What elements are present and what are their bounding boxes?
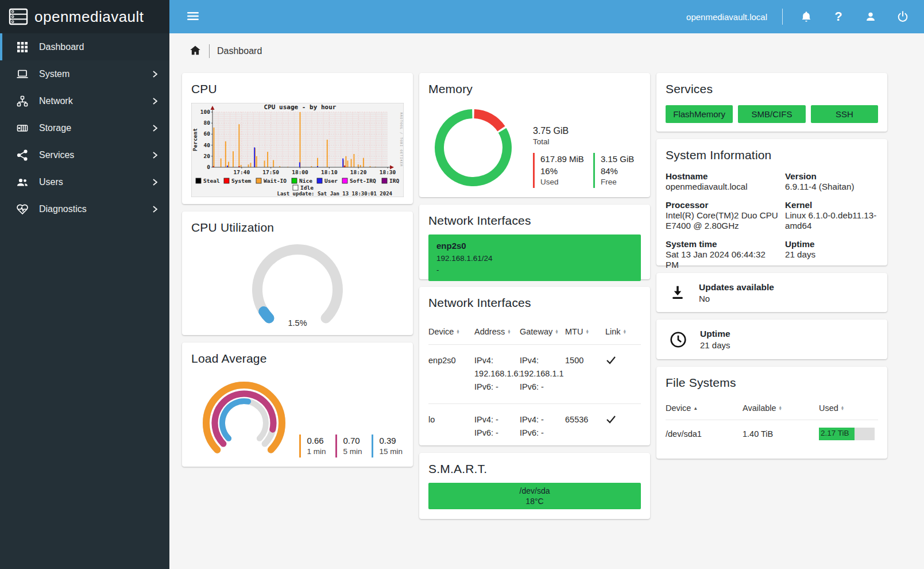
sysinfo-version: Version 6.9.11-4 (Shaitan) bbox=[785, 171, 883, 193]
sidebar-item-dashboard[interactable]: Dashboard bbox=[0, 33, 169, 60]
hostname-label: openmediavault.local bbox=[686, 12, 767, 22]
app-root: openmediavault Dashboard bbox=[0, 0, 924, 569]
help-button[interactable]: ? bbox=[830, 8, 847, 25]
sidebar-item-diagnostics[interactable]: Diagnostics bbox=[0, 195, 169, 222]
card-title: Services bbox=[666, 82, 878, 96]
notifications-button[interactable] bbox=[798, 8, 815, 25]
home-button[interactable] bbox=[189, 44, 202, 59]
network-icon bbox=[16, 94, 29, 108]
svg-text:Last update: Sat Jan 13 18:30:: Last update: Sat Jan 13 18:30:01 2024 bbox=[277, 191, 393, 197]
column-available[interactable]: Available▲▼ bbox=[743, 403, 819, 413]
svg-text:Steal: Steal bbox=[203, 178, 220, 184]
uptime-text: Uptime 21 days bbox=[700, 329, 730, 350]
card-network-interfaces-status: Network Interfaces enp2s0 192.168.1.61/2… bbox=[419, 205, 650, 279]
load-average-gauge bbox=[191, 372, 306, 464]
storage-icon bbox=[16, 121, 29, 135]
cell-device: enp2s0 bbox=[428, 354, 474, 394]
card-system-information: System Information Hostname openmediavau… bbox=[656, 139, 887, 266]
sidebar-item-label: Dashboard bbox=[39, 42, 159, 52]
interface-name: enp2s0 bbox=[436, 240, 633, 253]
cpu-rrd-graph: 02040608010017:4017:5018:0018:1018:2018:… bbox=[191, 103, 404, 197]
download-icon bbox=[669, 284, 686, 301]
logo-text: openmediavault bbox=[34, 8, 144, 26]
column-device[interactable]: Device▲ bbox=[666, 403, 743, 413]
home-icon bbox=[189, 44, 202, 57]
cell-mtu: 65536 bbox=[565, 413, 605, 440]
sysinfo-uptime: Uptime 21 days bbox=[785, 239, 883, 271]
card-title: Network Interfaces bbox=[428, 296, 641, 310]
user-menu-button[interactable] bbox=[862, 8, 879, 25]
table-header: Device▲ Available▲▼ Used▲▼ bbox=[666, 399, 878, 420]
column-address[interactable]: Address▲▼ bbox=[474, 327, 520, 336]
sidebar-item-storage[interactable]: Storage bbox=[0, 114, 169, 141]
cell-used: 2.17 TiB bbox=[819, 428, 878, 440]
cpu-utilization-value: 1.5% bbox=[182, 318, 413, 328]
svg-text:Percent: Percent bbox=[192, 128, 198, 151]
svg-text:18:00: 18:00 bbox=[292, 169, 308, 175]
smart-temperature: 18°C bbox=[525, 496, 543, 506]
memory-free-legend: 3.15 GiB 84% Free bbox=[593, 153, 634, 188]
hamburger-icon bbox=[186, 9, 200, 23]
cpu-utilization-gauge bbox=[191, 241, 404, 328]
svg-text:20: 20 bbox=[204, 153, 211, 159]
sort-icon: ▲▼ bbox=[507, 329, 511, 333]
topbar-divider bbox=[782, 9, 783, 25]
column-gateway[interactable]: Gateway▲▼ bbox=[520, 327, 565, 336]
sort-icon: ▲▼ bbox=[585, 329, 589, 333]
sidebar-item-system[interactable]: System bbox=[0, 60, 169, 87]
smart-device-chip: /dev/sda 18°C bbox=[428, 483, 641, 509]
sidebar-item-label: System bbox=[39, 69, 151, 79]
sysinfo-processor: Processor Intel(R) Core(TM)2 Duo CPU E74… bbox=[666, 200, 778, 232]
card-title: File Systems bbox=[666, 376, 878, 390]
chevron-right-icon bbox=[151, 151, 159, 159]
heart-pulse-icon bbox=[16, 202, 29, 216]
memory-used-legend: 617.89 MiB 16% Used bbox=[533, 153, 584, 188]
sidebar-item-label: Diagnostics bbox=[39, 204, 151, 214]
svg-text:CPU usage - by hour: CPU usage - by hour bbox=[264, 103, 337, 111]
updates-value: No bbox=[699, 294, 774, 303]
sort-icon: ▲▼ bbox=[555, 329, 558, 333]
svg-text:100: 100 bbox=[200, 109, 210, 115]
memory-donut-chart bbox=[428, 103, 520, 190]
sysinfo-system-time: System time Sat 13 Jan 2024 06:44:32 PM bbox=[666, 239, 778, 271]
cell-mtu: 1500 bbox=[565, 354, 605, 394]
updates-title: Updates available bbox=[699, 282, 774, 293]
column-mtu[interactable]: MTU▲▼ bbox=[565, 327, 605, 336]
service-ssh[interactable]: SSH bbox=[811, 105, 878, 123]
clock-icon bbox=[669, 330, 687, 349]
cell-gateway: IPv4: 192.168.1.1 IPv6: - bbox=[520, 354, 565, 394]
person-icon bbox=[864, 10, 877, 23]
interface-extra: - bbox=[436, 264, 633, 276]
svg-text:Soft-IRQ: Soft-IRQ bbox=[350, 178, 376, 184]
logo-icon bbox=[8, 6, 29, 27]
dashboard-grid: CPU 02040608010017:4017:5018:0018:1018:2… bbox=[182, 73, 924, 519]
sidebar-item-users[interactable]: Users bbox=[0, 168, 169, 195]
svg-text:17:40: 17:40 bbox=[234, 169, 250, 175]
column-used[interactable]: Used▲▼ bbox=[819, 403, 878, 413]
sidebar-item-network[interactable]: Network bbox=[0, 87, 169, 114]
svg-text:60: 60 bbox=[204, 130, 211, 137]
power-button[interactable] bbox=[894, 8, 911, 25]
card-smart: S.M.A.R.T. /dev/sda 18°C bbox=[419, 453, 650, 519]
svg-text:40: 40 bbox=[204, 142, 211, 148]
logo[interactable]: openmediavault bbox=[0, 0, 169, 33]
cell-device: /dev/sda1 bbox=[666, 429, 743, 439]
cell-address: IPv4: - IPv6: - bbox=[474, 413, 520, 440]
power-icon bbox=[896, 10, 909, 23]
load-legend-5min: 0.70 5 min bbox=[335, 435, 362, 457]
column-link[interactable]: Link▲▼ bbox=[605, 327, 640, 336]
svg-text:80: 80 bbox=[204, 120, 211, 126]
svg-text:Wait-IO: Wait-IO bbox=[264, 178, 287, 184]
cell-link bbox=[605, 354, 640, 394]
sort-icon: ▲▼ bbox=[841, 406, 844, 410]
service-flashmemory[interactable]: FlashMemory bbox=[666, 105, 733, 123]
cell-gateway: IPv4: - IPv6: - bbox=[520, 413, 565, 440]
cell-link bbox=[605, 413, 640, 440]
menu-toggle-button[interactable] bbox=[184, 7, 202, 27]
sidebar-item-services[interactable]: Services bbox=[0, 141, 169, 168]
sidebar-item-label: Services bbox=[39, 150, 151, 160]
service-smb-cifs[interactable]: SMB/CIFS bbox=[738, 105, 805, 123]
memory-total-value: 3.75 GiB bbox=[533, 126, 634, 136]
table-header: Device▲▼ Address▲▼ Gateway▲▼ MTU▲▼ Link▲… bbox=[428, 324, 641, 344]
column-device[interactable]: Device▲▼ bbox=[428, 327, 474, 336]
